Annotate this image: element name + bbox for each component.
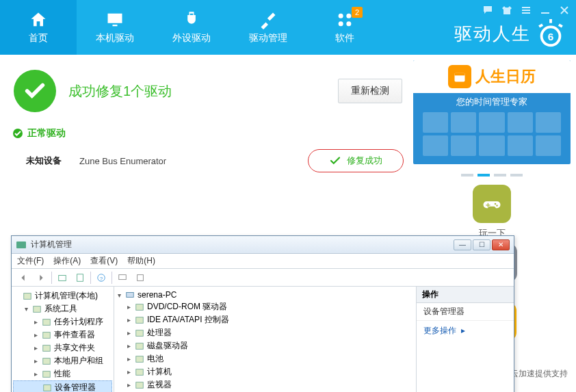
tree-item[interactable]: ▸本地用户和组	[13, 354, 112, 367]
device-category-item[interactable]: ▸IDE ATA/ATAPI 控制器	[116, 313, 415, 326]
svg-rect-19	[24, 293, 31, 299]
tab-label: 首页	[29, 32, 48, 44]
mmc-mid-panel[interactable]: ▾ serena-PC ▸DVD/CD-ROM 驱动器▸IDE ATA/ATAP…	[114, 287, 417, 392]
check-icon	[329, 155, 341, 167]
svg-text:?: ?	[100, 275, 103, 281]
tool-refresh[interactable]	[133, 271, 148, 285]
tool-help[interactable]: ?	[94, 271, 109, 285]
tab-software[interactable]: 软件 2	[306, 0, 383, 55]
tile-play[interactable]: 玩一下	[473, 185, 511, 239]
device-row: 未知设备 Zune Bus Enumerator 修复成功	[11, 146, 405, 182]
svg-rect-7	[549, 19, 552, 23]
tree-item[interactable]: ▸共享文件夹	[13, 341, 112, 354]
device-category-item[interactable]: ▸磁盘驱动器	[116, 339, 415, 352]
mmc-actions-panel: 操作 设备管理器 更多操作 ▸	[417, 287, 514, 392]
fix-status-label: 修复成功	[347, 155, 382, 167]
close-icon[interactable]	[558, 4, 571, 16]
brand-logo-icon: 6	[535, 18, 566, 49]
tab-local-drivers[interactable]: 本机驱动	[77, 0, 153, 55]
svg-rect-18	[138, 274, 144, 280]
carousel-dots[interactable]	[413, 170, 571, 178]
svg-rect-24	[43, 358, 51, 364]
promo-title: 人生日历	[475, 66, 536, 87]
device-category-item[interactable]: ▸DVD/CD-ROM 驱动器	[116, 300, 415, 313]
device-category-item[interactable]: ▸计算机	[116, 365, 415, 378]
promo-banner[interactable]: 人生日历 您的时间管理专家	[413, 60, 571, 164]
tab-peripheral-drivers[interactable]: 外设驱动	[153, 0, 230, 55]
device-category: 未知设备	[26, 155, 62, 167]
svg-rect-48	[455, 73, 465, 75]
notification-badge: 2	[352, 7, 363, 18]
svg-rect-23	[43, 345, 51, 351]
mmc-minimize-button[interactable]: —	[454, 239, 471, 250]
device-name: Zune Bus Enumerator	[79, 156, 290, 166]
tree-item[interactable]: ▸任务计划程序	[13, 315, 112, 328]
monitor-icon	[105, 10, 125, 29]
tree-item[interactable]: ▸事件查看器	[13, 328, 112, 341]
normal-driver-heading: 正常驱动	[12, 127, 405, 140]
svg-point-2	[339, 21, 343, 26]
menu-help[interactable]: 帮助(H)	[127, 255, 155, 267]
gamepad-icon	[482, 194, 502, 214]
svg-text:6: 6	[548, 31, 554, 42]
svg-rect-33	[136, 330, 144, 336]
tool-back[interactable]	[16, 271, 31, 285]
brand-text: 驱动人生	[454, 22, 531, 46]
tab-label: 软件	[335, 32, 354, 44]
tool-scan[interactable]	[115, 271, 130, 285]
usb-plug-icon	[182, 10, 201, 29]
minimize-icon[interactable]	[539, 4, 551, 16]
tools-icon	[259, 10, 278, 29]
svg-rect-22	[43, 332, 51, 338]
svg-point-0	[339, 14, 343, 18]
device-category-item[interactable]: ▸处理器	[116, 326, 415, 339]
device-category-item[interactable]: ▸监视器	[116, 378, 415, 391]
tree-item[interactable]: 设备管理器	[13, 380, 112, 392]
success-banner: 成功修复1个驱动 重新检测	[11, 64, 405, 125]
svg-rect-30	[127, 293, 134, 298]
tab-home[interactable]: 首页	[0, 0, 77, 55]
tool-up[interactable]	[55, 271, 70, 285]
svg-point-3	[346, 21, 351, 26]
mmc-left-tree[interactable]: 计算机管理(本地)▾系统工具▸任务计划程序▸事件查看器▸共享文件夹▸本地用户和组…	[12, 287, 114, 392]
mmc-close-button[interactable]: ✕	[492, 239, 510, 250]
menu-view[interactable]: 查看(V)	[90, 255, 118, 267]
tree-item[interactable]: ▾系统工具	[13, 302, 112, 315]
device-category-item[interactable]: ▸电池	[116, 352, 415, 365]
menu-action[interactable]: 操作(A)	[53, 255, 81, 267]
check-circle-icon	[12, 128, 23, 139]
svg-rect-14	[77, 274, 83, 281]
skin-icon[interactable]	[501, 4, 513, 16]
success-check-icon	[14, 70, 56, 112]
feedback-icon[interactable]	[482, 4, 494, 16]
menu-icon[interactable]	[520, 4, 532, 16]
normal-driver-title: 正常驱动	[27, 127, 66, 140]
main-panel: 成功修复1个驱动 重新检测 正常驱动 未知设备 Zune Bus Enumera…	[0, 55, 413, 392]
svg-rect-25	[43, 371, 51, 377]
promo-thumbnails	[413, 112, 571, 156]
actions-context: 设备管理器	[417, 303, 514, 321]
svg-rect-32	[136, 317, 144, 323]
rescan-button[interactable]: 重新检测	[338, 79, 402, 103]
svg-rect-36	[136, 369, 144, 375]
svg-rect-34	[136, 343, 144, 349]
svg-rect-8	[538, 23, 543, 27]
tool-properties[interactable]	[73, 271, 88, 285]
tree-root[interactable]: ▾ serena-PC	[116, 289, 415, 300]
window-controls	[482, 4, 571, 16]
tool-forward[interactable]	[34, 271, 49, 285]
mmc-toolbar: ?	[12, 269, 514, 287]
actions-header: 操作	[417, 287, 514, 303]
svg-point-1	[346, 14, 351, 18]
mmc-title-text: 计算机管理	[31, 239, 449, 250]
svg-rect-20	[34, 306, 41, 312]
calendar-icon	[448, 65, 471, 88]
tree-item[interactable]: ▸性能	[13, 367, 112, 380]
fix-status-badge: 修复成功	[308, 149, 404, 172]
tab-driver-manage[interactable]: 驱动管理	[230, 0, 306, 55]
mmc-maximize-button[interactable]: ☐	[473, 239, 490, 250]
mmc-titlebar[interactable]: 计算机管理 — ☐ ✕	[12, 236, 514, 254]
tree-item[interactable]: 计算机管理(本地)	[13, 289, 112, 302]
actions-more[interactable]: 更多操作 ▸	[417, 321, 514, 341]
menu-file[interactable]: 文件(F)	[17, 255, 44, 267]
